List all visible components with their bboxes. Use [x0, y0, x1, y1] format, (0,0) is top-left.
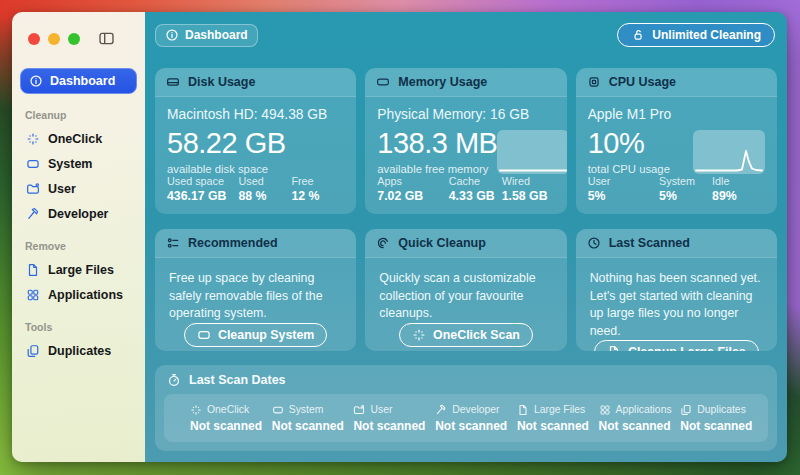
last-scanned-card: Last Scanned Nothing has been scanned ye… — [576, 229, 777, 351]
sidebar-toggle-icon[interactable] — [98, 30, 115, 47]
usage-cards-row: Disk Usage Macintosh HD: 494.38 GB 58.22… — [155, 68, 777, 214]
scan-dates-panel: OneClick Not scanned System Not scanned … — [164, 394, 768, 442]
disk-stat: Used space 436.17 GB — [167, 175, 238, 203]
cleanup-large-files-button[interactable]: Cleanup Large Files — [594, 340, 759, 351]
scan-item-duplicates: Duplicates Not scanned — [680, 404, 762, 433]
scan-status: Not scanned — [353, 419, 435, 433]
memory-stat: Cache 4.33 GB — [449, 175, 502, 203]
card-title: Memory Usage — [398, 75, 487, 89]
sidebar-item-large-files[interactable]: Large Files — [20, 259, 137, 281]
card-title: Recommended — [188, 236, 278, 250]
scan-item-oneclick: OneClick Not scanned — [190, 404, 272, 433]
scan-item-system: System Not scanned — [272, 404, 354, 433]
sidebar-item-system[interactable]: System — [20, 153, 137, 175]
sparkle-icon — [412, 328, 426, 342]
recommended-text: Free up space by cleaning safely removab… — [169, 270, 342, 323]
sidebar-item-user[interactable]: User — [20, 178, 137, 200]
info-icon — [165, 28, 179, 42]
cpu-usage-value: 10% — [588, 129, 670, 159]
cpu-stat: User 5% — [588, 175, 659, 203]
card-title: Quick Cleanup — [398, 236, 486, 250]
scan-status: Not scanned — [272, 419, 354, 433]
page-title-badge: Dashboard — [155, 24, 258, 47]
disk-usage-card: Disk Usage Macintosh HD: 494.38 GB 58.22… — [155, 68, 356, 214]
user-folder-icon — [26, 182, 40, 196]
cpu-icon — [587, 75, 601, 89]
user-folder-icon — [353, 404, 365, 416]
scan-item-developer: Developer Not scanned — [435, 404, 517, 433]
dashboard-icon — [29, 74, 43, 88]
memory-icon — [376, 75, 390, 89]
oneclick-scan-button[interactable]: OneClick Scan — [399, 323, 533, 347]
app-window: Dashboard Cleanup OneClick System User — [12, 12, 787, 462]
zoom-window-button[interactable] — [68, 33, 80, 45]
card-title: Last Scanned — [609, 236, 690, 250]
recommended-card: Recommended Free up space by cleaning sa… — [155, 229, 356, 351]
memory-usage-card: Memory Usage Physical Memory: 16 GB 138.… — [365, 68, 566, 214]
cleanup-system-button[interactable]: Cleanup System — [184, 323, 327, 347]
drive-icon — [166, 75, 180, 89]
clock-icon — [587, 236, 601, 250]
cpu-subtitle: Apple M1 Pro — [588, 107, 765, 122]
action-cards-row: Recommended Free up space by cleaning sa… — [155, 229, 777, 351]
sidebar-section-tools: Tools — [25, 321, 132, 333]
main-content: Dashboard Unlimited Cleaning Disk Usage … — [145, 12, 787, 462]
disk-stat: Used 88 % — [238, 175, 291, 203]
file-icon — [607, 345, 621, 351]
quick-cleanup-text: Quickly scan a customizable collection o… — [379, 270, 552, 323]
disk-free-value: 58.22 GB — [167, 129, 286, 159]
memory-caption: available free memory — [377, 163, 497, 175]
scan-item-user: User Not scanned — [353, 404, 435, 433]
sidebar-section-cleanup: Cleanup — [25, 109, 132, 121]
sparkle-icon — [190, 404, 202, 416]
memory-subtitle: Physical Memory: 16 GB — [377, 107, 554, 122]
duplicates-icon — [680, 404, 692, 416]
display-icon — [197, 328, 211, 342]
sidebar-item-label: OneClick — [48, 132, 102, 146]
display-icon — [26, 157, 40, 171]
last-scanned-text: Nothing has been scanned yet. Let's get … — [590, 270, 763, 340]
memory-graph — [497, 130, 566, 174]
sidebar-item-label: User — [48, 182, 76, 196]
cpu-stat: System 5% — [659, 175, 712, 203]
sidebar-item-dashboard[interactable]: Dashboard — [20, 68, 137, 94]
scan-status: Not scanned — [599, 419, 681, 433]
sidebar-item-label: System — [48, 157, 92, 171]
disk-stat: Free 12 % — [291, 175, 344, 203]
card-title: CPU Usage — [609, 75, 676, 89]
app-grid-icon — [26, 288, 40, 302]
desktop-wallpaper: Dashboard Cleanup OneClick System User — [0, 0, 800, 475]
page-title: Dashboard — [185, 28, 248, 42]
sidebar-item-oneclick[interactable]: OneClick — [20, 128, 137, 150]
scan-status: Not scanned — [190, 419, 272, 433]
sidebar-item-label: Large Files — [48, 263, 114, 277]
cpu-caption: total CPU usage — [588, 163, 670, 175]
quick-cleanup-card: Quick Cleanup Quickly scan a customizabl… — [365, 229, 566, 351]
disk-caption: available disk space — [167, 163, 286, 175]
duplicates-icon — [26, 344, 40, 358]
scan-item-applications: Applications Not scanned — [599, 404, 681, 433]
sidebar-nav: Dashboard Cleanup OneClick System User — [12, 47, 145, 362]
sidebar-item-developer[interactable]: Developer — [20, 203, 137, 225]
memory-stat: Wired 1.58 GB — [502, 175, 555, 203]
unlimited-cleaning-label: Unlimited Cleaning — [652, 28, 761, 42]
sidebar-item-label: Applications — [48, 288, 123, 302]
sidebar-item-label: Dashboard — [50, 74, 115, 88]
cpu-usage-card: CPU Usage Apple M1 Pro 10% total CPU usa… — [576, 68, 777, 214]
sidebar-section-remove: Remove — [25, 240, 132, 252]
sidebar-item-applications[interactable]: Applications — [20, 284, 137, 306]
disk-subtitle: Macintosh HD: 494.38 GB — [167, 107, 344, 122]
unlimited-cleaning-button[interactable]: Unlimited Cleaning — [617, 23, 775, 47]
scan-status: Not scanned — [517, 419, 599, 433]
sidebar-item-duplicates[interactable]: Duplicates — [20, 340, 137, 362]
stopwatch-icon — [167, 373, 181, 387]
sparkle-icon — [26, 132, 40, 146]
sidebar-item-label: Developer — [48, 207, 108, 221]
last-scan-dates-card: Last Scan Dates OneClick Not scanned Sys… — [155, 365, 777, 451]
minimize-window-button[interactable] — [48, 33, 60, 45]
list-icon — [166, 236, 180, 250]
close-window-button[interactable] — [28, 33, 40, 45]
scan-status: Not scanned — [435, 419, 517, 433]
scan-item-large-files: Large Files Not scanned — [517, 404, 599, 433]
file-icon — [517, 404, 529, 416]
